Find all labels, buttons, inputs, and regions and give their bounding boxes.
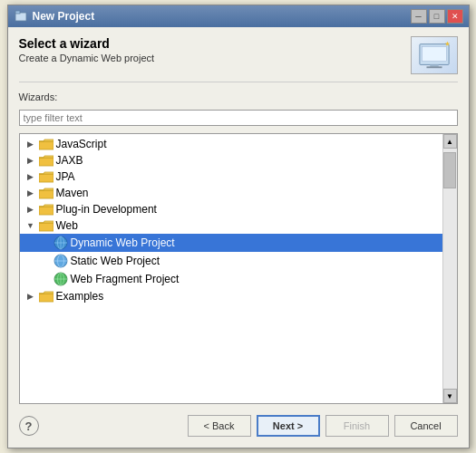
minimize-button[interactable]: ─	[411, 9, 427, 24]
tree-label-jaxb: JAXB	[56, 154, 83, 167]
folder-icon-examples	[39, 290, 53, 303]
tree-label-maven: Maven	[56, 187, 89, 199]
svg-rect-1	[15, 11, 20, 14]
new-project-dialog: New Project ─ □ ✕ Select a wizard Create…	[7, 5, 470, 448]
button-row: ? < Back Next > Finish Cancel	[19, 411, 458, 439]
folder-icon-maven	[39, 187, 53, 199]
tree-item-jpa[interactable]: ▶ JPA	[20, 169, 442, 185]
dialog-icon	[14, 9, 28, 24]
expand-icon-web-fragment	[40, 274, 51, 284]
close-button[interactable]: ✕	[447, 9, 463, 24]
folder-icon-jpa	[39, 170, 53, 183]
expand-icon-dynamic-web	[40, 237, 51, 248]
back-button[interactable]: < Back	[188, 415, 251, 437]
icon-dynamic-web	[53, 236, 68, 250]
tree-label-web-fragment: Web Fragment Project	[71, 273, 180, 285]
tree-label-plugin-dev: Plug-in Development	[56, 203, 157, 216]
folder-icon-plugin-dev	[39, 203, 53, 216]
scroll-down-button[interactable]: ▼	[443, 389, 457, 403]
title-bar-left: New Project	[14, 9, 95, 24]
wizard-icon	[411, 36, 458, 74]
maximize-button[interactable]: □	[429, 9, 445, 24]
tree-item-plugin-dev[interactable]: ▶ Plug-in Development	[20, 201, 442, 217]
dialog-title: New Project	[33, 10, 95, 23]
header-subtitle: Create a Dynamic Web project	[19, 53, 155, 63]
next-button[interactable]: Next >	[257, 415, 320, 437]
folder-icon-jaxb	[39, 154, 53, 167]
tree-item-dynamic-web[interactable]: Dynamic Web Project	[20, 234, 442, 252]
help-button[interactable]: ?	[19, 416, 39, 436]
filter-input[interactable]	[19, 110, 458, 126]
header-title: Select a wizard	[19, 36, 155, 51]
expand-icon-jaxb: ▶	[25, 155, 36, 166]
cancel-button[interactable]: Cancel	[394, 415, 458, 437]
expand-icon-maven: ▶	[25, 188, 36, 198]
title-bar-buttons: ─ □ ✕	[411, 9, 463, 24]
header-section: Select a wizard Create a Dynamic Web pro…	[19, 36, 458, 82]
expand-icon-plugin-dev: ▶	[25, 204, 36, 215]
dialog-body: Select a wizard Create a Dynamic Web pro…	[8, 27, 469, 448]
header-text: Select a wizard Create a Dynamic Web pro…	[19, 36, 155, 63]
tree-label-javascript: JavaScript	[56, 138, 107, 150]
wizards-label: Wizards:	[19, 92, 458, 102]
tree-label-static-web: Static Web Project	[71, 255, 160, 267]
svg-rect-5	[426, 66, 442, 68]
scroll-thumb[interactable]	[443, 152, 456, 188]
svg-rect-3	[422, 47, 446, 62]
tree-label-examples: Examples	[56, 290, 104, 303]
tree-label-web: Web	[56, 219, 78, 232]
tree-item-web-fragment[interactable]: Web Fragment Project	[20, 270, 442, 288]
scrollbar[interactable]: ▲ ▼	[442, 134, 457, 403]
expand-icon-web: ▼	[25, 220, 36, 231]
icon-static-web	[53, 254, 68, 268]
tree-label-dynamic-web: Dynamic Web Project	[71, 236, 175, 249]
tree-item-jaxb[interactable]: ▶ JAXB	[20, 152, 442, 169]
tree-list: ▶ JavaScript ▶	[20, 134, 442, 403]
title-bar: New Project ─ □ ✕	[8, 5, 469, 27]
tree-item-maven[interactable]: ▶ Maven	[20, 185, 442, 201]
nav-buttons: < Back Next > Finish Cancel	[188, 415, 458, 437]
expand-icon-jpa: ▶	[25, 171, 36, 182]
scroll-up-button[interactable]: ▲	[443, 134, 457, 149]
tree-item-examples[interactable]: ▶ Examples	[20, 288, 442, 304]
finish-button[interactable]: Finish	[325, 415, 389, 437]
tree-item-static-web[interactable]: Static Web Project	[20, 252, 442, 270]
tree-item-web[interactable]: ▼ Web	[20, 217, 442, 234]
expand-icon-javascript: ▶	[25, 139, 36, 149]
tree-item-javascript[interactable]: ▶ JavaScript	[20, 136, 442, 152]
tree-label-jpa: JPA	[56, 170, 75, 183]
icon-web-fragment	[53, 272, 68, 286]
folder-icon-javascript	[39, 138, 53, 150]
tree-container: ▶ JavaScript ▶	[19, 133, 458, 404]
folder-icon-web	[39, 219, 53, 232]
expand-icon-static-web	[40, 255, 51, 266]
expand-icon-examples: ▶	[25, 291, 36, 302]
